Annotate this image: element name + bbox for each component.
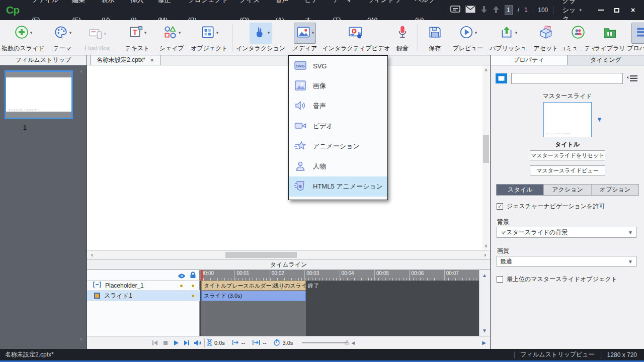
objects-button[interactable]: ▾ オブジェクト xyxy=(189,21,230,54)
themes-button[interactable]: ▾ テーマ xyxy=(46,21,78,54)
vertical-scrollbar[interactable]: ∧ ∨ xyxy=(482,66,490,249)
playhead[interactable] xyxy=(201,270,203,281)
duration-value: 3.0s xyxy=(282,340,293,346)
stop-button[interactable] xyxy=(160,338,171,348)
scroll-up-icon[interactable]: ▲ xyxy=(482,273,487,278)
scroll-right-icon[interactable]: › xyxy=(481,251,489,259)
timeline-header[interactable]: タイムライン xyxy=(87,259,490,270)
go-to-start-button[interactable] xyxy=(149,338,160,348)
interactions-button[interactable]: ▾ インタラクション xyxy=(234,21,287,54)
tab-actions[interactable]: アクション xyxy=(543,185,591,195)
lock-icon[interactable] xyxy=(190,272,196,281)
gesture-navigation-checkbox[interactable]: ✓ xyxy=(497,203,503,210)
properties-button[interactable]: プロパティ xyxy=(625,21,644,54)
mute-audio-button[interactable] xyxy=(192,338,202,348)
go-to-end-button[interactable] xyxy=(181,338,192,348)
previous-slide-icon[interactable] xyxy=(480,6,488,15)
menu-item-audio[interactable]: 音声 xyxy=(289,96,387,116)
community-button[interactable]: コミュニティ xyxy=(562,21,594,54)
master-slide-thumbnail[interactable]: タイトルプレースホルダー xyxy=(543,102,592,137)
scrollbar-thumb[interactable] xyxy=(225,252,297,258)
placeholder-track-bar[interactable]: タイトルプレースホルダー:残りのスライドで表示 xyxy=(201,281,306,291)
slide-total: 1 xyxy=(524,7,528,14)
publish-button[interactable]: ▾ パブリッシュ xyxy=(487,21,530,54)
preview-button[interactable]: ▾ プレビュー xyxy=(449,21,487,54)
scroll-down-icon[interactable]: ▼ xyxy=(482,328,487,333)
horizontal-scrollbar[interactable]: ‹ › xyxy=(87,250,490,259)
media-image-icon xyxy=(296,25,311,41)
visibility-eye-icon[interactable] xyxy=(178,272,186,281)
scroll-up-icon[interactable]: ∧ xyxy=(482,66,490,73)
filmstrip-header[interactable]: フィルムストリップ xyxy=(0,55,87,65)
properties-panel: プロパティ タイミング マスタースライド タイトルプレースホルダー ▼ タイトル… xyxy=(490,55,644,349)
close-button[interactable]: × xyxy=(626,5,640,16)
scroll-left-icon[interactable]: ‹ xyxy=(88,251,96,259)
text-button[interactable]: T ▾ テキスト xyxy=(120,21,154,54)
tab-options[interactable]: オプション xyxy=(591,185,638,195)
minimize-button[interactable] xyxy=(594,5,608,16)
master-slide-dropdown-icon[interactable]: ▼ xyxy=(596,116,603,123)
background-select[interactable]: マスタースライドの背景 ▼ xyxy=(497,227,636,238)
lock-dot[interactable] xyxy=(192,285,194,287)
menu-item-image[interactable]: 画像 xyxy=(289,76,387,96)
tab-style[interactable]: スタイル xyxy=(497,185,543,195)
svg-text:5: 5 xyxy=(299,184,301,189)
slide-track-bar[interactable]: スライド (3.0s) xyxy=(201,291,306,301)
timeline-row-slide[interactable]: スライド1 xyxy=(87,291,200,301)
scroll-down-icon[interactable]: ▼ xyxy=(79,337,84,342)
save-button[interactable]: 保存 xyxy=(420,21,449,54)
scrollbar-thumb[interactable] xyxy=(483,135,489,163)
play-button[interactable] xyxy=(171,338,181,348)
visibility-dot[interactable] xyxy=(180,285,183,287)
media-button[interactable]: ▾ メディア xyxy=(287,21,323,54)
timeline-zoom-slider[interactable]: △ xyxy=(302,342,348,343)
menu-item-video[interactable]: ビデオ xyxy=(289,116,387,136)
menu-item-characters[interactable]: 人物 xyxy=(289,156,387,176)
reset-master-slide-button[interactable]: マスタースライドをリセット xyxy=(530,150,605,160)
zoom-level[interactable]: 100 xyxy=(538,7,548,14)
tab-properties[interactable]: プロパティ xyxy=(491,55,568,65)
record-button[interactable]: 録音 xyxy=(389,21,416,54)
master-slide-label: マスタースライド xyxy=(491,92,644,101)
view-mode-selector[interactable]: フィルムストリップビュー xyxy=(521,350,595,359)
timeline-row-placeholder[interactable]: Placeholder_1 xyxy=(87,281,200,291)
interactive-video-button[interactable]: インタラクティブビデオ xyxy=(323,21,389,54)
scroll-up-icon[interactable]: ▲ xyxy=(79,68,84,73)
assets-button[interactable]: アセット xyxy=(530,21,562,54)
document-tab[interactable]: 名称未設定2.cptx* × xyxy=(90,55,160,65)
text-icon: T xyxy=(128,25,143,41)
feedback-icon[interactable] xyxy=(450,6,460,15)
objects-grid-icon xyxy=(200,25,215,41)
next-slide-icon[interactable] xyxy=(493,6,500,15)
end-marker-label: 終了 xyxy=(308,282,319,290)
menu-item-animation[interactable]: アニメーション xyxy=(289,136,387,156)
close-tab-icon[interactable]: × xyxy=(150,57,154,64)
tab-timing[interactable]: タイミング xyxy=(568,55,644,65)
shapes-button[interactable]: ▾ シェイプ xyxy=(154,21,189,54)
top-objects-checkbox[interactable] xyxy=(497,276,503,283)
scroll-down-icon[interactable]: ∨ xyxy=(482,242,490,249)
slides-button[interactable]: ▾ 複数のスライド xyxy=(0,21,46,54)
timeline-vertical-scrollbar[interactable]: ▲ ▼ xyxy=(479,270,490,336)
slide-name-input[interactable] xyxy=(511,73,623,84)
timeline-scroll-right-icon[interactable]: ▶ xyxy=(482,340,486,345)
assets-box-icon xyxy=(538,25,553,41)
slider-thumb[interactable]: △ xyxy=(345,338,349,345)
menu-item-svg[interactable]: SVG SVG xyxy=(289,56,387,76)
shapes-icon xyxy=(163,25,178,41)
library-button[interactable]: ライブラリ xyxy=(594,21,625,54)
slide-thumbnail[interactable]: タイトルプレースホルダー xyxy=(5,70,73,119)
timeline-ruler[interactable]: 00:00 00:01 00:02 00:03 00:04 00:05 00:0… xyxy=(200,270,479,281)
timeline-row-label: Placeholder_1 xyxy=(105,282,144,289)
master-slide-view-button[interactable]: マスタースライドビュー xyxy=(530,165,605,175)
mail-icon[interactable] xyxy=(465,6,475,15)
video-camera-icon xyxy=(294,121,306,132)
current-slide-input[interactable]: 1 xyxy=(505,5,513,15)
quality-select[interactable]: 最適 ▼ xyxy=(497,256,636,267)
menu-item-html5-animation[interactable]: 5 HTML5 アニメーション xyxy=(289,176,387,197)
maximize-button[interactable] xyxy=(610,5,624,16)
slider-left-arrow-icon[interactable]: ◀ xyxy=(351,340,355,345)
panel-menu-icon[interactable] xyxy=(627,75,638,82)
library-folder-icon xyxy=(602,25,617,41)
lock-dot[interactable] xyxy=(192,295,194,297)
